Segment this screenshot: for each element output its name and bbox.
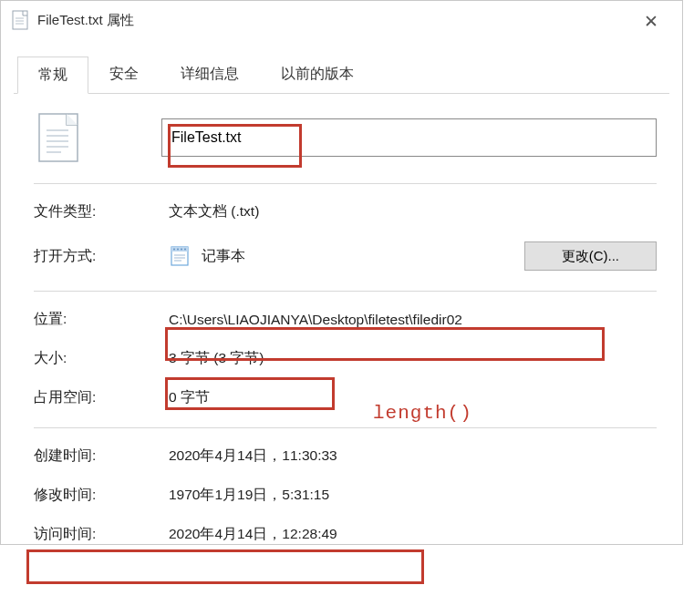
value-location: C:\Users\LIAOJIANYA\Desktop\filetest\fil…: [169, 312, 657, 328]
openwith-app: 记事本: [202, 247, 245, 266]
label-openwith: 打开方式:: [34, 247, 169, 266]
value-filetype: 文本文档 (.txt): [169, 202, 657, 221]
change-button[interactable]: 更改(C)...: [524, 241, 657, 271]
value-openwith: 记事本: [169, 244, 506, 268]
value-created: 2020年4月14日，11:30:33: [169, 447, 657, 466]
close-icon[interactable]: ✕: [631, 5, 671, 36]
value-modified: 1970年1月19日，5:31:15: [169, 486, 657, 505]
value-size: 3 字节 (3 字节): [169, 349, 657, 368]
general-panel: 文件类型: 文本文档 (.txt) 打开方式:: [1, 94, 682, 544]
tab-details[interactable]: 详细信息: [160, 56, 260, 93]
filename-input[interactable]: [161, 118, 657, 157]
value-accessed: 2020年4月14日，12:28:49: [169, 525, 657, 544]
highlight-modified: [26, 549, 424, 584]
label-modified: 修改时间:: [34, 486, 169, 505]
properties-window: FileTest.txt 属性 ✕ 常规 安全 详细信息 以前的版本: [0, 0, 683, 545]
label-size: 大小:: [34, 349, 169, 368]
label-location: 位置:: [34, 310, 169, 329]
svg-point-13: [173, 249, 175, 251]
annotation-length: length(): [373, 403, 472, 424]
svg-point-16: [184, 249, 186, 251]
tab-general[interactable]: 常规: [17, 56, 88, 94]
label-created: 创建时间:: [34, 447, 169, 466]
svg-rect-0: [13, 11, 27, 29]
svg-point-15: [181, 249, 182, 251]
notepad-icon: [169, 244, 192, 268]
label-accessed: 访问时间:: [34, 525, 169, 544]
titlebar: FileTest.txt 属性 ✕: [1, 1, 682, 39]
file-large-icon: [34, 112, 161, 163]
tab-strip: 常规 安全 详细信息 以前的版本: [1, 39, 682, 93]
label-filetype: 文件类型:: [34, 202, 169, 221]
tab-security[interactable]: 安全: [88, 56, 160, 93]
document-icon: [12, 10, 28, 30]
svg-point-14: [177, 249, 179, 251]
label-ondisk: 占用空间:: [34, 388, 169, 407]
window-title: FileTest.txt 属性: [37, 12, 631, 29]
tab-previous-versions[interactable]: 以前的版本: [260, 56, 375, 93]
